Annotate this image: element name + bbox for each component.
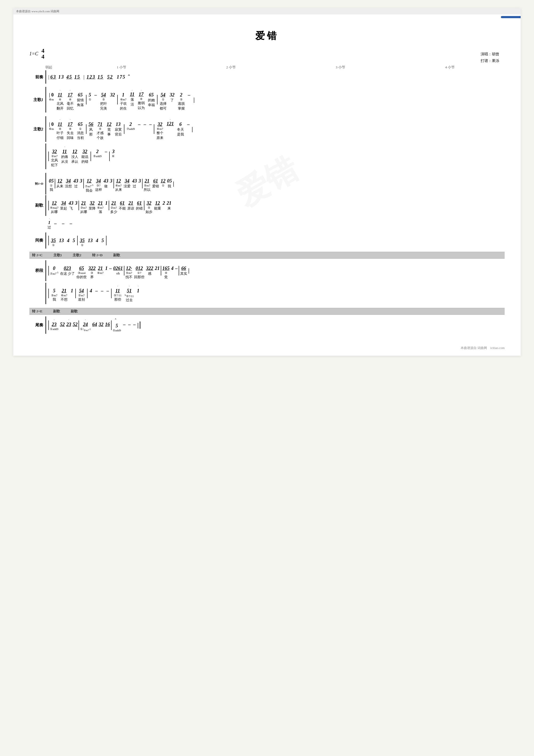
meta-right: 演唱：胡曾 打谱：果泺: [481, 51, 499, 64]
interlude-section: 间奏 35 ① 13: [29, 232, 505, 249]
bridge-divider: 转 1=C 主歌1 主歌2 转 1=D 副歌: [29, 252, 505, 259]
key-signature: 1=C 4 4: [29, 48, 505, 60]
weak-start-label: 弱起: [45, 65, 67, 70]
score-container: 弱起 1 小节 2 小节 3 小节 4 小节 前奏 | 63 13 45 15 …: [29, 65, 505, 334]
footer-text: 本曲谱源自 词曲网: [461, 346, 487, 350]
song-title: 爱错: [29, 29, 505, 42]
outro-section: 尾奏 · 23 ①add9 52: [29, 316, 505, 334]
title-area: 爱错: [29, 29, 505, 42]
prelude-notation: | 63 13 45 15 | 123 15 52 175 ˆ: [45, 70, 505, 84]
measure-header: 弱起 1 小节 2 小节 3 小节 4 小节: [29, 65, 505, 70]
premium-badge: 专业版: [501, 16, 521, 18]
bridge-row1: 桥段 0 ⑦m7-5 023 在这 少了: [29, 260, 505, 281]
verse2-notation1: | 0 ⑥m · 11 ④ 叶子仔细 · 17 ④ 失去回味: [45, 116, 505, 142]
page-footer: 本曲谱源自 词曲网 icitiao.com: [461, 346, 505, 350]
bridge-label: 桥段: [29, 260, 45, 281]
verse2-row2: 32 ②m7 北风犯下 · 11 的痛从没 12 没人承认: [29, 144, 505, 169]
outro-label: 尾奏: [29, 316, 45, 334]
measure4-label: 4 小节: [395, 65, 505, 70]
footer-site: icitiao.com: [490, 346, 505, 350]
measure3-label: 3 小节: [286, 65, 395, 70]
verse1-section: 主歌1 | 0 ⑥m · 11 ④ 北风翻开 ·: [29, 87, 505, 113]
chorus-transition: 转 1=D: [29, 173, 45, 195]
prelude-label: 前奏: [29, 70, 45, 84]
chorus-section: 转 1=D 05 ① 我 12 从来: [29, 173, 505, 230]
bridge-notation1: 0 ⑦m7-5 023 在这 少了 65 ③sus4 你的世: [45, 260, 505, 281]
outro-notation: · 23 ①add9 52 · 23: [45, 316, 505, 334]
outro-divider: 转 1=E 副歌 副歌: [29, 308, 505, 315]
outro-row: 尾奏 · 23 ①add9 52: [29, 316, 505, 334]
prelude-row: 前奏 | 63 13 45 15 | 123 15 52 175 ˆ: [29, 70, 505, 84]
bridge-section: 桥段 0 ⑦m7-5 023 在这 少了: [29, 260, 505, 304]
site-watermark-top: 本曲谱源自 www.ybc8.com 词曲网: [16, 9, 59, 14]
verse2-row1: 主歌2 | 0 ⑥m · 11 ④ 叶子仔细 ·: [29, 116, 505, 142]
bridge-row2: 5 ③m7 我 21 ⑥m7 不想 1: [29, 283, 505, 304]
verse1-row1: 主歌1 | 0 ⑥m · 11 ④ 北风翻开 ·: [29, 87, 505, 113]
arranger-label: 打谱：果泺: [481, 57, 499, 64]
interlude-label: 间奏: [29, 232, 45, 249]
verse1-label: 主歌1: [29, 87, 45, 113]
interlude-notation: 35 ① 13 4: [45, 232, 505, 249]
singer-label: 演唱：胡曾: [481, 51, 499, 57]
top-bar: 本曲谱源自 www.ybc8.com 词曲网: [13, 8, 521, 14]
page: 本曲谱源自 www.ybc8.com 词曲网 专业版 爱错 1=C 4 4 演唱…: [13, 8, 521, 356]
chorus-row1: 转 1=D 05 ① 我 12 从来: [29, 173, 505, 195]
chorus-notation2: 12 ④maj7 从哪 34 里起 43 飞: [45, 195, 505, 216]
measure2-label: 2 小节: [176, 65, 286, 70]
verse1-notation1: | 0 ⑥m · 11 ④ 北风翻开 · 17 ④ 毫不回忆: [45, 87, 505, 113]
verse2-label: 主歌2: [29, 116, 45, 142]
verse2-notation2: 32 ②m7 北风犯下 · 11 的痛从没 12 没人承认: [45, 144, 505, 169]
verse2-section: 主歌2 | 0 ⑥m · 11 ④ 叶子仔细 ·: [29, 116, 505, 169]
interlude-row: 间奏 35 ① 13: [29, 232, 505, 249]
bridge-notation2: 5 ③m7 我 21 ⑥m7 不想 1: [45, 283, 505, 304]
measure1-label: 1 小节: [67, 65, 176, 70]
chorus-notation1: 05 ① 我 12 从来 34 没想: [45, 173, 505, 195]
chorus-main-label: 副歌: [29, 195, 45, 216]
chorus-extra-row: · 1 过 – –: [29, 217, 505, 230]
chorus-label-row: 副歌 12 ④maj7 从哪 34 里起: [29, 195, 505, 216]
